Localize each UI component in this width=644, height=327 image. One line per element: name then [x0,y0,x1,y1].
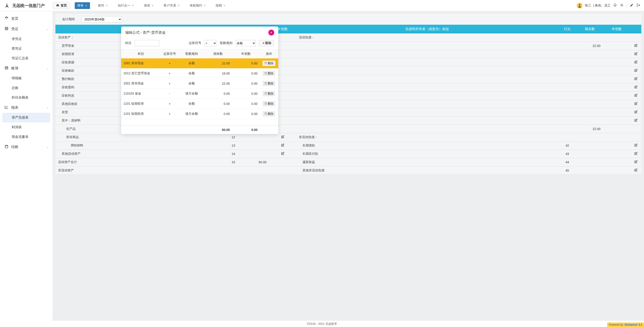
formula-row[interactable]: 1001 库存现金+余额22.000.00删除 [121,58,278,69]
modal-title: 编辑公式 - 资产-货币资金 [125,30,166,35]
add-button[interactable]: ＋添加 [259,40,274,46]
edit-icon [634,69,638,73]
liab-end [576,150,603,158]
formula-row[interactable]: 110103 基金-借方余额0.000.00删除 [121,89,278,99]
sidebar-home[interactable]: 首页 [0,14,52,24]
powered-badge[interactable]: Powered by ≡Enhancer 3.1 [607,322,644,327]
liab-end [576,92,603,100]
sidebar-item-1-2[interactable]: 科目余额表 [0,93,52,102]
tab-4[interactable]: 客户关系✕ [162,2,182,9]
tab-5[interactable]: 体检预约✕ [188,2,208,9]
delete-button[interactable]: 删除 [262,71,275,76]
asset-end [242,150,269,158]
chevron-down-icon: ⌄ [46,67,48,70]
tab-close-icon[interactable]: ✕ [85,4,87,7]
delete-button[interactable]: 删除 [262,111,275,117]
avatar[interactable] [577,3,582,9]
asset-end [242,133,269,142]
sidebar-item-2-2[interactable]: 现金流量表 [0,132,52,142]
sidebar: 首页 凭证⌄录凭证查凭证凭证汇总表账簿⌄明细账总账科目余额表报表⌄资产负债表利润… [0,11,53,321]
tab-0[interactable]: 财务✕ [75,2,90,9]
home-button[interactable]: 首页 [53,2,70,9]
pencil-icon[interactable] [630,3,634,8]
liab-line [558,34,576,42]
liab-end: 22.00 [576,42,603,50]
group-icon [4,66,9,71]
delete-button[interactable]: 删除 [262,91,275,96]
bell-icon[interactable] [613,3,617,8]
edit-icon [634,78,638,81]
th-begin2: 年初数 [603,25,630,34]
sidebar-item-0-0[interactable]: 录凭证 [0,34,52,44]
row-begin: 0.00 [232,99,260,109]
liab-end [576,117,603,125]
tab-close-icon[interactable]: ✕ [178,4,180,7]
tab-close-icon[interactable]: ✕ [106,4,108,7]
period-select[interactable]: 2020年第04期 [82,16,122,23]
sidebar-group-0[interactable]: 凭证⌄ [0,24,52,34]
delete-button[interactable]: 删除 [262,61,275,66]
asset-begin [269,166,296,175]
row-begin: 0.00 [232,89,260,99]
asset-end [242,142,269,150]
tab-2[interactable]: 知行合一✕ [116,2,136,9]
tab-6[interactable]: 报销✕ [214,2,227,9]
liab-end [576,108,603,117]
sidebar-group-3[interactable]: 结账⌄ [0,142,52,152]
row-end: 22.00 [204,79,232,89]
user-area: 张三 | 角色: 员工 | [577,3,641,9]
tab-close-icon[interactable]: ✕ [132,4,134,7]
trash-icon [264,82,267,85]
liab-line [558,133,576,142]
edit-mid[interactable] [269,142,296,150]
liab-label: 长期应付款 [296,150,558,158]
sidebar-item-0-1[interactable]: 查凭证 [0,44,52,54]
op-select[interactable]: + [204,40,217,46]
gear-icon[interactable] [620,3,624,8]
formula-row[interactable]: 1012 其它货币资金+余额16.000.00删除 [121,69,278,79]
formula-row[interactable]: 1101 短期投资+余额0.000.00删除 [121,99,278,109]
delete-button[interactable]: 删除 [262,81,275,86]
row-op: - [160,89,179,99]
edit-icon [634,102,638,106]
liab-end [576,67,603,75]
formula-row[interactable]: 1101 短期投资+借方余额0.000.00删除 [121,109,278,119]
row-rule: 借方余额 [179,109,204,119]
sidebar-item-2-0[interactable]: 资产负债表 [2,113,50,122]
row-op: + [160,109,179,119]
tab-1[interactable]: 邮件✕ [96,2,110,9]
chevron-down-icon: ⌄ [46,106,48,109]
tab-close-icon[interactable]: ✕ [152,4,154,7]
tab-close-icon[interactable]: ✕ [223,4,226,7]
rule-label: 取数规则 [220,41,232,45]
edit-icon [634,169,638,172]
tab-3[interactable]: 请假✕ [142,2,156,9]
logout-icon[interactable] [636,3,641,8]
sidebar-item-0-2[interactable]: 凭证汇总表 [0,54,52,63]
edit-icon [634,144,638,148]
edit-mid[interactable] [269,150,296,158]
tab-close-icon[interactable]: ✕ [204,4,206,7]
rule-select[interactable]: 余额 [236,40,256,46]
mth-op: 运算符号 [160,50,179,58]
edit-icon [634,86,638,89]
sidebar-item-1-0[interactable]: 明细账 [0,74,52,83]
edit-icon [634,119,638,123]
group-icon [4,105,9,110]
row-end: 16.00 [204,69,232,79]
sidebar-item-1-1[interactable]: 总账 [0,83,52,93]
content-area: 会计期间 2020年第04期 资产 行次 期末数 年初数 负债和所有者（或股东）… [53,11,644,321]
liab-end [576,158,603,166]
modal-close-button[interactable]: ✕ [268,30,274,36]
delete-button[interactable]: 删除 [262,101,275,106]
sidebar-item-2-1[interactable]: 利润表 [0,122,52,132]
sidebar-group-1[interactable]: 账簿⌄ [0,63,52,74]
edit-mid[interactable] [269,133,296,142]
mth-rule: 取数规则 [179,50,204,58]
subject-input[interactable] [135,40,159,46]
liab-label: 递延收益 [296,158,558,166]
app-title: 无远统一信息门户 [12,3,45,8]
sidebar-group-2[interactable]: 报表⌄ [0,102,52,113]
row-op: + [160,79,179,89]
formula-row[interactable]: 1001 库存现金+余额22.000.00删除 [121,79,278,89]
